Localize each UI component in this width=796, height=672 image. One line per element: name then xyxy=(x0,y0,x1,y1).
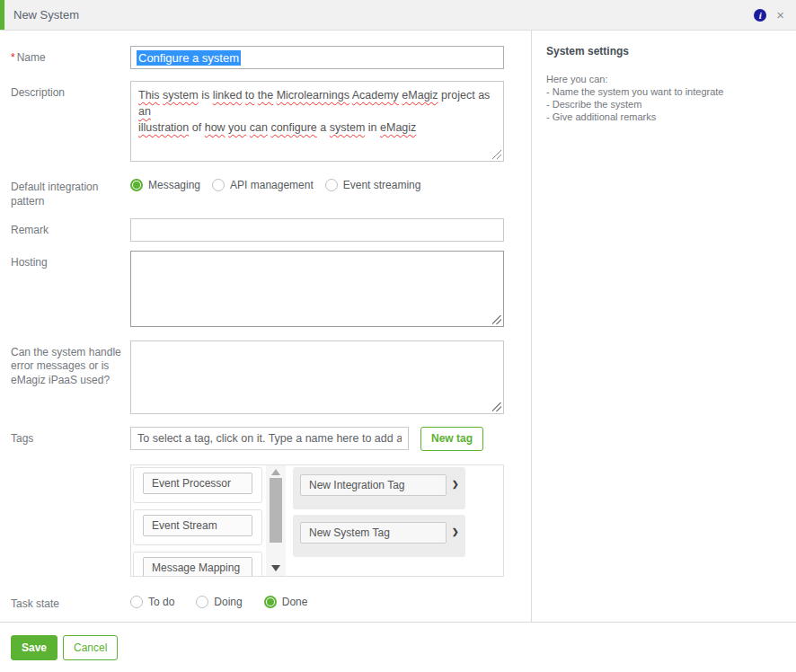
error-handling-textarea[interactable] xyxy=(130,340,504,414)
radio-label: API management xyxy=(230,179,314,191)
description-label: Description xyxy=(0,81,130,101)
radio-api-management[interactable]: API management xyxy=(212,179,314,191)
name-selected-text: Configure a system xyxy=(137,50,241,66)
tag-box[interactable]: Message Mapping xyxy=(143,557,252,577)
tags-scrollbar[interactable] xyxy=(266,465,286,576)
radio-icon xyxy=(130,596,143,608)
tag-box[interactable]: New System Tag xyxy=(300,522,447,544)
remark-label: Remark xyxy=(0,218,130,238)
scroll-up-icon[interactable] xyxy=(271,469,280,475)
name-input[interactable]: Configure a system xyxy=(130,46,504,69)
sidebar-title: System settings xyxy=(546,45,783,57)
resize-handle-icon[interactable] xyxy=(492,315,501,324)
required-asterisk: * xyxy=(11,51,15,64)
info-icon[interactable]: i xyxy=(754,9,766,22)
sidebar-bullet: - Give additional remarks xyxy=(546,111,783,123)
radio-label: Done xyxy=(282,596,308,608)
radio-label: Event streaming xyxy=(343,179,421,191)
tag-box[interactable]: Event Stream xyxy=(143,515,252,536)
tags-label: Tags xyxy=(0,427,130,447)
description-text: This system is linked to the Microlearni… xyxy=(138,89,490,134)
scroll-down-icon[interactable] xyxy=(271,565,280,571)
save-button[interactable]: Save xyxy=(11,635,57,660)
radio-done[interactable]: Done xyxy=(264,596,308,608)
radio-doing[interactable]: Doing xyxy=(196,596,242,608)
radio-icon xyxy=(196,596,208,608)
chevron-right-icon[interactable]: ❯ xyxy=(452,527,459,536)
description-textarea[interactable]: This system is linked to the Microlearni… xyxy=(130,81,504,162)
form-row-name: *Name Configure a system xyxy=(0,46,531,69)
selected-tag-card[interactable]: New System Tag ❯ xyxy=(293,515,465,557)
form-row-tag-picker: Event Processor Event Stream Message Map… xyxy=(0,464,531,577)
selected-tags-list: New Integration Tag ❯ New System Tag ❯ xyxy=(286,465,503,576)
dialog-footer: Save Cancel xyxy=(0,622,796,672)
scrollbar-thumb[interactable] xyxy=(270,478,282,543)
form-row-error-handling: Can the system handle error messages or … xyxy=(0,340,531,414)
radio-event-streaming[interactable]: Event streaming xyxy=(325,179,421,191)
dialog-title: New System xyxy=(13,8,79,22)
radio-icon xyxy=(325,179,338,191)
form-row-description: Description This system is linked to the… xyxy=(0,81,531,162)
pattern-label: Default integration pattern xyxy=(0,175,130,209)
available-tag-card[interactable]: Event Processor xyxy=(133,467,262,503)
sidebar-intro: Here you can: xyxy=(546,73,783,85)
header-accent-bar xyxy=(0,0,4,30)
selected-tag-card[interactable]: New Integration Tag ❯ xyxy=(293,467,465,509)
remark-input[interactable] xyxy=(130,218,504,242)
pattern-radio-group: Messaging API management Event streaming xyxy=(130,175,531,191)
help-sidebar: System settings Here you can: - Name the… xyxy=(532,31,796,622)
radio-icon xyxy=(264,596,277,608)
form-pane: *Name Configure a system Description Thi… xyxy=(0,31,532,622)
resize-handle-icon[interactable] xyxy=(492,402,501,411)
sidebar-bullet: - Name the system you want to integrate xyxy=(546,85,783,98)
radio-label: Messaging xyxy=(148,179,200,191)
resize-handle-icon[interactable] xyxy=(492,150,501,159)
form-row-hosting: Hosting xyxy=(0,251,531,327)
new-system-dialog: New System i × *Name Configure a system … xyxy=(0,0,796,672)
tags-input[interactable] xyxy=(130,427,409,450)
tag-picker: Event Processor Event Stream Message Map… xyxy=(130,464,504,577)
task-state-radio-group: To do Doing Done xyxy=(130,592,531,608)
radio-label: Doing xyxy=(214,596,242,608)
radio-messaging[interactable]: Messaging xyxy=(130,179,200,191)
radio-label: To do xyxy=(148,596,174,608)
dialog-header: New System i × xyxy=(0,0,796,31)
tag-box[interactable]: New Integration Tag xyxy=(300,474,447,496)
radio-icon xyxy=(212,179,225,191)
hosting-label: Hosting xyxy=(0,251,130,270)
form-row-remark: Remark xyxy=(0,218,531,242)
task-state-label: Task state xyxy=(0,592,130,612)
name-label: *Name xyxy=(0,46,130,66)
cancel-button[interactable]: Cancel xyxy=(63,635,118,660)
form-row-pattern: Default integration pattern Messaging AP… xyxy=(0,175,531,209)
sidebar-bullets: - Name the system you want to integrate-… xyxy=(546,85,783,123)
new-tag-button[interactable]: New tag xyxy=(420,427,483,451)
available-tag-card[interactable]: Message Mapping xyxy=(133,552,262,577)
sidebar-bullet: - Describe the system xyxy=(546,98,783,111)
radio-to-do[interactable]: To do xyxy=(130,596,174,608)
available-tag-card[interactable]: Event Stream xyxy=(133,509,262,545)
radio-icon xyxy=(130,179,143,191)
available-tags-list: Event Processor Event Stream Message Map… xyxy=(131,465,266,576)
form-row-tags: Tags New tag xyxy=(0,427,531,451)
hosting-textarea[interactable] xyxy=(130,251,504,327)
tag-box[interactable]: Event Processor xyxy=(143,473,252,494)
close-icon[interactable]: × xyxy=(776,8,784,22)
form-row-task-state: Task state To do Doing Done xyxy=(0,592,531,612)
error-handling-label: Can the system handle error messages or … xyxy=(0,340,130,388)
tag-picker-spacer xyxy=(0,464,130,470)
chevron-right-icon[interactable]: ❯ xyxy=(452,480,459,489)
